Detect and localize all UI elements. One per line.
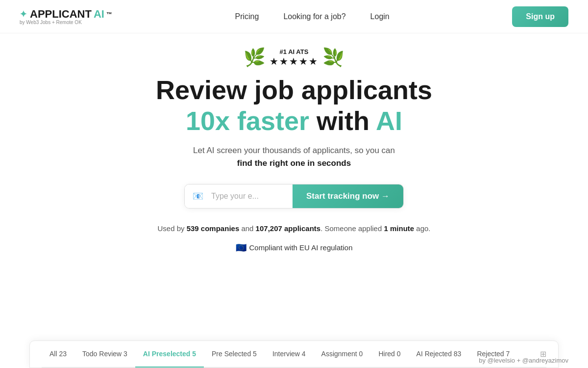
hero-with: with [309,106,376,135]
nav-login[interactable]: Login [370,12,390,21]
eu-compliance: 🇪🇺 Compliant with EU AI regulation [236,242,353,253]
tab-interview[interactable]: Interview 4 [265,342,314,368]
logo-icon: ✦ [20,9,27,20]
navbar: ✦ APPLICANTAI™ by Web3 Jobs + Remote OK … [0,0,588,33]
hero-sub1: Let AI screen your thousands of applican… [193,146,395,156]
tab-pre-selected[interactable]: Pre Selected 5 [204,342,265,368]
badge-center: #1 AI ATS ★★★★★ [270,48,318,67]
logo[interactable]: ✦ APPLICANTAI™ by Web3 Jobs + Remote OK [20,8,112,25]
attribution: by @levelsio + @andreyazimov [479,357,568,364]
badge-label: #1 AI ATS [280,48,309,55]
email-input-wrapper[interactable]: 📧 Type your e... [185,184,293,208]
nav-pricing[interactable]: Pricing [235,12,259,21]
nav-links: Pricing Looking for a job? Login [235,12,389,21]
email-placeholder-text: Type your e... [211,192,259,201]
social-and: and [239,224,255,233]
tab-all[interactable]: All 23 [42,342,74,368]
tab-assignment[interactable]: Assignment 0 [314,342,371,368]
social-prefix: Used by [157,224,186,233]
brand-tm: ™ [106,11,112,18]
laurel-right-icon: 🌿 [322,47,344,68]
cta-button[interactable]: Start tracking now → [293,184,403,208]
nav-actions: Sign up [512,6,568,27]
brand-sub: by Web3 Jobs + Remote OK [20,20,112,25]
brand-name: APPLICANT [30,8,92,21]
badge-row: 🌿 #1 AI ATS ★★★★★ 🌿 [244,47,344,68]
companies-count: 539 companies [187,224,240,233]
eu-flag-icon: 🇪🇺 [236,242,246,253]
applicants-count: 107,207 applicants [256,224,321,233]
badge-stars: ★★★★★ [270,55,318,67]
laurel-left-icon: 🌿 [244,47,266,68]
cta-row: 📧 Type your e... Start tracking now → [184,184,404,209]
eu-text: Compliant with EU AI regulation [249,243,353,252]
social-proof: Used by 539 companies and 107,207 applic… [157,224,430,233]
nav-jobs[interactable]: Looking for a job? [283,12,345,21]
tab-hired[interactable]: Hired 0 [370,342,408,368]
hero-section: 🌿 #1 AI ATS ★★★★★ 🌿 Review job applicant… [0,33,588,253]
social-ago: ago. [414,224,430,233]
tab-ai-preselected[interactable]: AI Preselected 5 [135,342,204,368]
hero-accent-faster: 10x faster [186,106,309,135]
signup-button[interactable]: Sign up [512,6,568,27]
time-ago: 1 minute [384,224,414,233]
hero-sub2: find the right one in seconds [237,158,351,168]
social-mid: . Someone applied [320,224,384,233]
hero-headline-2: 10x faster with AI [186,106,402,135]
brand-ai: AI [94,8,104,21]
tab-ai-rejected[interactable]: AI Rejected 83 [409,342,469,368]
tabs-row: All 23 Todo Review 3 AI Preselected 5 Pr… [42,341,546,368]
email-icon: 📧 [193,191,203,202]
hero-headline-1: Review job applicants [156,76,432,105]
hero-accent-ai: AI [376,106,402,135]
tab-todo[interactable]: Todo Review 3 [74,342,135,368]
